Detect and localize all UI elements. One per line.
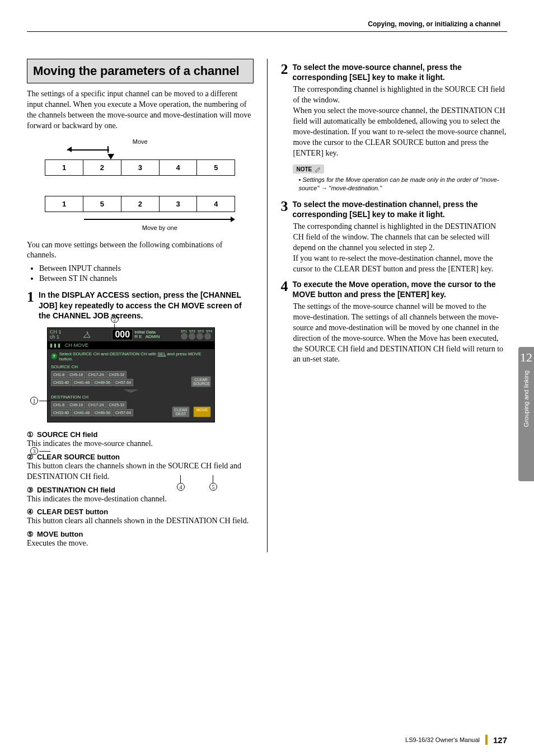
- diagram-cell: 2: [83, 160, 121, 175]
- callout-3: 3: [30, 447, 38, 456]
- definition-4: ④CLEAR DEST button This button clears al…: [27, 508, 254, 527]
- definition-title: MOVE button: [37, 530, 83, 538]
- ch-range-button[interactable]: CH25-32: [106, 401, 127, 408]
- source-ch-field[interactable]: CH1-8 CH9-16 CH17-24 CH25-32 CH33-40 CH4…: [48, 370, 139, 387]
- step-title: To execute the Move operation, move the …: [292, 279, 507, 299]
- ch-range-button[interactable]: CH49-56: [92, 379, 113, 386]
- diagram-cell: 3: [160, 196, 198, 212]
- chapter-number: 12: [520, 350, 532, 365]
- combination-list: Between INPUT channels Between ST IN cha…: [39, 264, 254, 283]
- note-text: • Settings for the Move operation can be…: [298, 176, 507, 192]
- hanger-icon: [82, 330, 91, 339]
- intro-paragraph-1: The settings of a specific input channel…: [27, 89, 254, 132]
- step-3: 3 To select the move-destination channel…: [280, 199, 507, 219]
- step-body: The settings of the move-source channel …: [293, 302, 507, 365]
- manual-title: LS9-16/32 Owner's Manual: [405, 736, 480, 743]
- definition-body: This button clears the channels shown in…: [27, 461, 254, 482]
- step-number: 3: [280, 199, 288, 219]
- ch-range-button[interactable]: CH49-56: [92, 409, 113, 416]
- ch-range-button[interactable]: CH57-64: [113, 379, 133, 386]
- definition-title: SOURCE CH field: [37, 430, 97, 439]
- step-number: 2: [280, 62, 288, 82]
- diagram-cell: 2: [121, 196, 160, 212]
- move-label: Move: [45, 138, 235, 145]
- ch-range-button[interactable]: CH41-48: [72, 409, 92, 416]
- definition-title: CLEAR DEST button: [37, 508, 108, 516]
- diagram-cell: 1: [45, 160, 83, 175]
- ch-range-button[interactable]: CH9-16: [67, 401, 85, 408]
- step-body: The corresponding channel is highlighted…: [293, 84, 507, 158]
- move-diagram: Move 1 2 3 4 5 1 5 2: [45, 138, 235, 231]
- section-title: Moving the parameters of a channel: [33, 64, 247, 78]
- step-title: In the DISPLAY ACCESS section, press the…: [39, 290, 254, 321]
- diagram-cell: 3: [121, 160, 160, 175]
- ch-range-button[interactable]: CH17-24: [86, 371, 106, 378]
- ch-range-button[interactable]: CH25-32: [106, 371, 127, 378]
- st-knob[interactable]: [204, 333, 211, 340]
- diagram-row-after: 1 5 2 3 4: [45, 196, 235, 212]
- definition-1: ①SOURCE CH field This indicates the move…: [27, 430, 254, 449]
- step-body: The corresponding channel is highlighted…: [293, 222, 507, 274]
- definition-3: ③DESTINATION CH field This indicates the…: [27, 486, 254, 505]
- diagram-cell: 5: [197, 160, 235, 175]
- destination-ch-label: DESTINATION CH: [48, 394, 214, 400]
- definition-body: Executes the move.: [27, 538, 254, 549]
- ch-range-button[interactable]: CH33-40: [51, 379, 71, 386]
- ch-move-screenshot: 1 2 3 4 5 CH 1ch 1 000: [47, 327, 254, 422]
- intro-paragraph-2: You can move settings between the follow…: [27, 240, 254, 261]
- ch-range-button[interactable]: CH1-8: [51, 401, 67, 408]
- move-button[interactable]: MOVE: [193, 406, 211, 417]
- ui-tab-label[interactable]: CH MOVE: [65, 342, 88, 348]
- arrow-right-icon: [84, 214, 235, 224]
- step-title: To select the move-source channel, press…: [292, 62, 507, 82]
- diagram-cell: 1: [45, 196, 83, 212]
- footer-bar: [485, 735, 488, 745]
- callout-1: 1: [30, 397, 38, 405]
- ch-range-button[interactable]: CH1-8: [51, 371, 67, 378]
- step-4: 4 To execute the Move operation, move th…: [280, 279, 507, 299]
- destination-ch-field[interactable]: CH1-8 CH9-16 CH17-24 CH25-32 CH33-40 CH4…: [48, 400, 139, 417]
- callout-4: 4: [177, 483, 185, 491]
- chapter-title: Grouping and linking: [523, 370, 530, 427]
- page-number: 127: [493, 735, 507, 745]
- ui-hint-text: Select SOURCE CH and DESTINATION CH with…: [59, 351, 211, 361]
- ch-range-button[interactable]: CH41-48: [72, 379, 92, 386]
- note-tag: NOTE: [293, 165, 324, 173]
- ch-range-button[interactable]: CH17-24: [86, 401, 106, 408]
- step-2: 2 To select the move-source channel, pre…: [280, 62, 507, 82]
- diagram-row-before: 1 2 3 4 5: [45, 159, 235, 176]
- ch-range-button[interactable]: CH57-64: [113, 409, 133, 416]
- clear-source-button[interactable]: CLEAR SOURCE: [191, 376, 211, 387]
- ch-range-button[interactable]: CH33-40: [51, 409, 71, 416]
- definition-title: CLEAR SOURCE button: [37, 453, 120, 461]
- st-knob[interactable]: [181, 333, 188, 340]
- st-knob[interactable]: [196, 333, 203, 340]
- step-number: 1: [27, 290, 34, 321]
- help-icon: ?: [51, 353, 57, 359]
- clear-dest-button[interactable]: CLEAR DEST: [172, 406, 190, 417]
- pencil-icon: [314, 166, 321, 172]
- scene-number[interactable]: 000: [112, 329, 133, 340]
- note: NOTE • Settings for the Move operation c…: [293, 163, 507, 192]
- page-footer: LS9-16/32 Owner's Manual 127: [405, 735, 507, 745]
- source-ch-label: SOURCE CH: [48, 364, 214, 370]
- ui-channel-label: CH 1ch 1: [50, 330, 62, 340]
- definition-body: This indicates the move-destination chan…: [27, 494, 254, 505]
- diagram-cell: 4: [160, 160, 198, 175]
- arrow-down-icon: [123, 389, 139, 393]
- callout-5: 5: [209, 483, 217, 491]
- definition-2: ②CLEAR SOURCE button This button clears …: [27, 453, 254, 482]
- ch-range-button[interactable]: CH9-16: [67, 371, 85, 378]
- st-knob[interactable]: [189, 333, 195, 340]
- step-title: To select the move-destination channel, …: [292, 199, 507, 219]
- definition-title: DESTINATION CH field: [37, 486, 115, 494]
- list-item: Between ST IN channels: [39, 274, 254, 283]
- section-heading-box: Moving the parameters of a channel: [27, 59, 254, 83]
- chapter-tab: 12 Grouping and linking: [518, 347, 534, 481]
- definition-body: This button clears all channels shown in…: [27, 516, 254, 527]
- scene-flags: R E ADMIN: [134, 335, 160, 339]
- definition-body: This indicates the move-source channel.: [27, 439, 254, 449]
- definition-5: ⑤MOVE button Executes the move.: [27, 530, 254, 549]
- top-rule: [27, 31, 507, 32]
- running-head: Copying, moving, or initializing a chann…: [27, 20, 507, 28]
